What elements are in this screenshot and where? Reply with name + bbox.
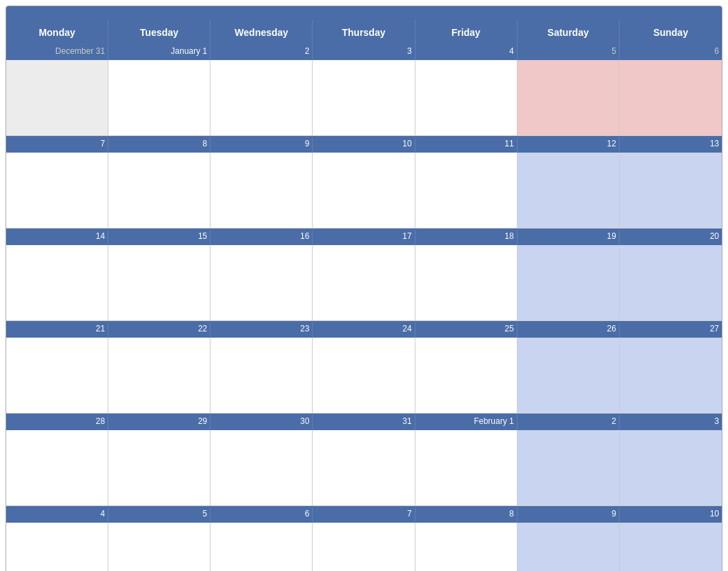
- day-num-w1d1: 8: [108, 137, 210, 153]
- day-num-w1d3: 10: [313, 137, 415, 153]
- day-num-w5d1: 5: [108, 507, 210, 523]
- day-num-w0d5: 5: [518, 45, 620, 60]
- day-body-w0d5: [518, 60, 620, 136]
- day-body-row-0: [6, 60, 722, 136]
- day-num-w5d5: 9: [518, 507, 620, 523]
- day-body-w0d6: [620, 60, 722, 136]
- day-num-w1d5: 12: [518, 137, 620, 153]
- day-body-w0d1: [108, 60, 210, 136]
- day-body-w3d1: [108, 338, 210, 414]
- day-body-w5d0: [6, 523, 108, 571]
- day-body-w2d0: [6, 245, 108, 321]
- day-num-w4d5: 2: [518, 415, 620, 430]
- day-body-w5d1: [108, 523, 210, 571]
- day-num-w0d1: January 1: [108, 45, 210, 60]
- day-body-row-4: [6, 430, 722, 506]
- day-num-w3d4: 25: [415, 322, 518, 338]
- day-num-w2d6: 20: [620, 230, 722, 245]
- day-num-w3d5: 26: [518, 322, 620, 338]
- day-num-w4d1: 29: [108, 415, 210, 430]
- day-num-w2d4: 18: [415, 230, 518, 245]
- day-body-w5d2: [210, 523, 313, 571]
- day-num-w0d0: December 31: [6, 45, 108, 60]
- day-body-w5d5: [518, 523, 620, 571]
- day-body-w2d5: [518, 245, 620, 321]
- day-num-w0d4: 4: [415, 45, 518, 60]
- day-header-wednesday: Wednesday: [210, 20, 313, 45]
- day-num-w4d2: 30: [210, 415, 313, 430]
- day-body-w5d6: [620, 523, 722, 571]
- week-row-4: 28293031February 123: [6, 415, 722, 507]
- day-body-w4d6: [620, 430, 722, 506]
- day-body-w3d4: [415, 338, 518, 414]
- day-body-w0d0: [6, 60, 108, 136]
- day-num-w1d0: 7: [6, 137, 108, 153]
- day-num-w5d3: 7: [313, 507, 415, 523]
- day-num-w2d1: 15: [108, 230, 210, 245]
- day-body-row-5: [6, 523, 722, 571]
- day-body-w1d3: [313, 153, 415, 229]
- day-body-w1d0: [6, 153, 108, 229]
- day-num-w0d3: 3: [313, 45, 415, 60]
- day-num-w3d3: 24: [313, 322, 415, 338]
- day-body-w1d6: [620, 153, 722, 229]
- day-body-w5d4: [415, 523, 518, 571]
- day-num-row-3: 21222324252627: [6, 322, 722, 338]
- day-num-row-1: 78910111213: [6, 137, 722, 153]
- day-num-w2d5: 19: [518, 230, 620, 245]
- day-num-w5d6: 10: [620, 507, 722, 523]
- day-num-w4d3: 31: [313, 415, 415, 430]
- day-num-w0d6: 6: [620, 45, 722, 60]
- day-header-monday: Monday: [6, 20, 108, 45]
- day-num-w1d6: 13: [620, 137, 722, 153]
- week-row-2: 14151617181920: [6, 230, 722, 322]
- day-body-w0d4: [415, 60, 518, 136]
- day-body-w3d5: [518, 338, 620, 414]
- day-num-w4d4: February 1: [415, 415, 518, 430]
- day-header-saturday: Saturday: [518, 20, 620, 45]
- week-row-3: 21222324252627: [6, 322, 722, 415]
- day-body-row-1: [6, 153, 722, 229]
- day-num-w5d0: 4: [6, 507, 108, 523]
- day-body-w5d3: [313, 523, 415, 571]
- day-header-sunday: Sunday: [620, 20, 722, 45]
- day-header-thursday: Thursday: [313, 20, 415, 45]
- week-row-0: December 31January 123456: [6, 45, 722, 137]
- day-num-w2d3: 17: [313, 230, 415, 245]
- day-body-w4d1: [108, 430, 210, 506]
- day-body-w2d3: [313, 245, 415, 321]
- day-num-row-2: 14151617181920: [6, 230, 722, 245]
- day-num-w4d6: 3: [620, 415, 722, 430]
- day-num-w3d2: 23: [210, 322, 313, 338]
- week-row-5: 45678910: [6, 507, 722, 571]
- day-body-w4d2: [210, 430, 313, 506]
- day-body-w1d4: [415, 153, 518, 229]
- day-body-w2d2: [210, 245, 313, 321]
- day-num-w1d2: 9: [210, 137, 313, 153]
- day-body-w2d1: [108, 245, 210, 321]
- day-body-w0d3: [313, 60, 415, 136]
- day-body-w2d6: [620, 245, 722, 321]
- day-num-row-4: 28293031February 123: [6, 415, 722, 430]
- day-body-w1d5: [518, 153, 620, 229]
- day-num-w5d4: 8: [415, 507, 518, 523]
- day-body-w4d4: [415, 430, 518, 506]
- day-body-row-2: [6, 245, 722, 321]
- day-num-w0d2: 2: [210, 45, 313, 60]
- day-body-w1d1: [108, 153, 210, 229]
- day-num-w5d2: 6: [210, 507, 313, 523]
- calendar-body: December 31January 123456789101112131415…: [6, 45, 722, 571]
- day-body-w3d3: [313, 338, 415, 414]
- day-num-w3d0: 21: [6, 322, 108, 338]
- week-row-1: 78910111213: [6, 137, 722, 230]
- day-body-w3d0: [6, 338, 108, 414]
- day-num-row-0: December 31January 123456: [6, 45, 722, 60]
- calendar-container: MondayTuesdayWednesdayThursdayFridaySatu…: [6, 6, 722, 571]
- day-num-w2d0: 14: [6, 230, 108, 245]
- day-body-w2d4: [415, 245, 518, 321]
- day-body-w4d3: [313, 430, 415, 506]
- day-header-tuesday: Tuesday: [108, 20, 210, 45]
- day-body-w0d2: [210, 60, 313, 136]
- day-body-row-3: [6, 338, 722, 414]
- day-body-w3d6: [620, 338, 722, 414]
